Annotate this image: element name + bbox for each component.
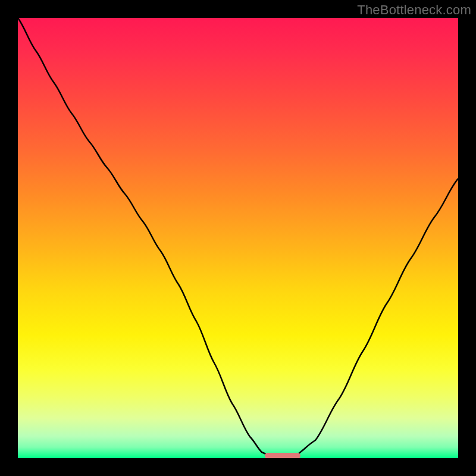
curve-right-branch <box>295 178 458 456</box>
curve-left-branch <box>18 18 271 456</box>
optimal-range-bar <box>265 453 300 458</box>
watermark-text: TheBottleneck.com <box>357 2 471 18</box>
plot-area <box>18 18 458 458</box>
bottleneck-curve <box>18 18 458 458</box>
chart-frame: TheBottleneck.com <box>0 0 476 476</box>
